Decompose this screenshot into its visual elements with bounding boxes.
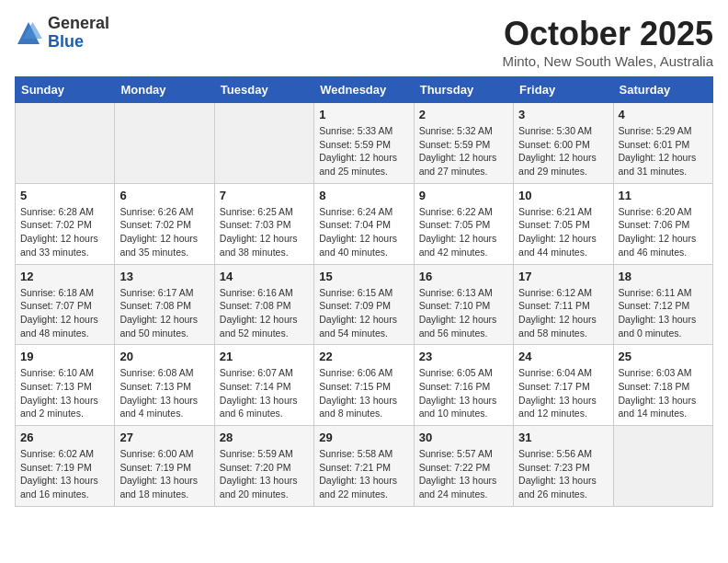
title-area: October 2025 Minto, New South Wales, Aus… — [502, 15, 713, 69]
day-number: 6 — [119, 189, 209, 202]
logo-icon — [15, 19, 42, 47]
day-info: Sunrise: 6:28 AM Sunset: 7:02 PM Dayligh… — [20, 205, 109, 259]
day-number: 23 — [419, 350, 508, 363]
calendar-week-row: 1Sunrise: 5:33 AM Sunset: 5:59 PM Daylig… — [16, 103, 713, 184]
calendar-week-row: 26Sunrise: 6:02 AM Sunset: 7:19 PM Dayli… — [16, 426, 713, 507]
day-number: 18 — [619, 270, 708, 283]
header: General Blue October 2025 Minto, New Sou… — [15, 15, 713, 69]
calendar-cell: 7Sunrise: 6:25 AM Sunset: 7:03 PM Daylig… — [214, 183, 313, 264]
day-number: 30 — [419, 431, 508, 444]
day-number: 19 — [20, 350, 109, 363]
calendar-cell: 10Sunrise: 6:21 AM Sunset: 7:05 PM Dayli… — [514, 183, 613, 264]
calendar-cell: 25Sunrise: 6:03 AM Sunset: 7:18 PM Dayli… — [613, 345, 712, 426]
weekday-header: Sunday — [16, 77, 115, 103]
calendar-cell: 27Sunrise: 6:00 AM Sunset: 7:19 PM Dayli… — [115, 426, 214, 507]
day-info: Sunrise: 6:08 AM Sunset: 7:13 PM Dayligh… — [119, 366, 209, 420]
calendar-cell: 17Sunrise: 6:12 AM Sunset: 7:11 PM Dayli… — [514, 264, 613, 345]
day-info: Sunrise: 5:58 AM Sunset: 7:21 PM Dayligh… — [319, 447, 408, 501]
day-info: Sunrise: 6:18 AM Sunset: 7:07 PM Dayligh… — [20, 286, 109, 340]
day-info: Sunrise: 6:15 AM Sunset: 7:09 PM Dayligh… — [319, 286, 408, 340]
day-info: Sunrise: 5:57 AM Sunset: 7:22 PM Dayligh… — [419, 447, 508, 501]
day-info: Sunrise: 6:11 AM Sunset: 7:12 PM Dayligh… — [619, 286, 708, 340]
calendar-week-row: 12Sunrise: 6:18 AM Sunset: 7:07 PM Dayli… — [16, 264, 713, 345]
calendar-cell: 20Sunrise: 6:08 AM Sunset: 7:13 PM Dayli… — [115, 345, 214, 426]
calendar-cell: 12Sunrise: 6:18 AM Sunset: 7:07 PM Dayli… — [16, 264, 115, 345]
calendar-cell: 26Sunrise: 6:02 AM Sunset: 7:19 PM Dayli… — [16, 426, 115, 507]
calendar: SundayMondayTuesdayWednesdayThursdayFrid… — [15, 76, 713, 507]
day-info: Sunrise: 6:02 AM Sunset: 7:19 PM Dayligh… — [20, 447, 109, 501]
day-number: 7 — [220, 189, 309, 202]
calendar-header-row: SundayMondayTuesdayWednesdayThursdayFrid… — [16, 77, 713, 103]
calendar-cell: 13Sunrise: 6:17 AM Sunset: 7:08 PM Dayli… — [115, 264, 214, 345]
logo: General Blue — [15, 15, 109, 52]
day-number: 21 — [220, 350, 309, 363]
day-info: Sunrise: 5:59 AM Sunset: 7:20 PM Dayligh… — [220, 447, 309, 501]
calendar-cell: 24Sunrise: 6:04 AM Sunset: 7:17 PM Dayli… — [514, 345, 613, 426]
day-number: 16 — [419, 270, 508, 283]
day-number: 3 — [518, 108, 608, 121]
logo-general: General — [48, 15, 109, 33]
calendar-cell: 30Sunrise: 5:57 AM Sunset: 7:22 PM Dayli… — [414, 426, 513, 507]
weekday-header: Saturday — [613, 77, 712, 103]
calendar-cell — [214, 103, 313, 184]
day-info: Sunrise: 6:12 AM Sunset: 7:11 PM Dayligh… — [518, 286, 608, 340]
day-number: 4 — [619, 108, 708, 121]
day-info: Sunrise: 6:16 AM Sunset: 7:08 PM Dayligh… — [220, 286, 309, 340]
day-number: 31 — [518, 431, 608, 444]
weekday-header: Thursday — [414, 77, 513, 103]
day-number: 12 — [20, 270, 109, 283]
day-number: 9 — [419, 189, 508, 202]
day-number: 10 — [518, 189, 608, 202]
day-number: 25 — [619, 350, 708, 363]
calendar-cell: 14Sunrise: 6:16 AM Sunset: 7:08 PM Dayli… — [214, 264, 313, 345]
day-info: Sunrise: 5:33 AM Sunset: 5:59 PM Dayligh… — [319, 124, 408, 178]
calendar-cell: 21Sunrise: 6:07 AM Sunset: 7:14 PM Dayli… — [214, 345, 313, 426]
day-info: Sunrise: 6:05 AM Sunset: 7:16 PM Dayligh… — [419, 366, 508, 420]
day-number: 11 — [619, 189, 708, 202]
day-info: Sunrise: 6:13 AM Sunset: 7:10 PM Dayligh… — [419, 286, 508, 340]
day-info: Sunrise: 6:17 AM Sunset: 7:08 PM Dayligh… — [119, 286, 209, 340]
day-info: Sunrise: 5:30 AM Sunset: 6:00 PM Dayligh… — [518, 124, 608, 178]
day-info: Sunrise: 6:07 AM Sunset: 7:14 PM Dayligh… — [220, 366, 309, 420]
day-info: Sunrise: 6:22 AM Sunset: 7:05 PM Dayligh… — [419, 205, 508, 259]
calendar-cell: 16Sunrise: 6:13 AM Sunset: 7:10 PM Dayli… — [414, 264, 513, 345]
calendar-cell: 4Sunrise: 5:29 AM Sunset: 6:01 PM Daylig… — [613, 103, 712, 184]
calendar-week-row: 5Sunrise: 6:28 AM Sunset: 7:02 PM Daylig… — [16, 183, 713, 264]
day-number: 8 — [319, 189, 408, 202]
day-number: 15 — [319, 270, 408, 283]
day-number: 22 — [319, 350, 408, 363]
day-info: Sunrise: 6:25 AM Sunset: 7:03 PM Dayligh… — [220, 205, 309, 259]
day-info: Sunrise: 6:04 AM Sunset: 7:17 PM Dayligh… — [518, 366, 608, 420]
weekday-header: Monday — [115, 77, 214, 103]
day-info: Sunrise: 6:06 AM Sunset: 7:15 PM Dayligh… — [319, 366, 408, 420]
day-info: Sunrise: 5:32 AM Sunset: 5:59 PM Dayligh… — [419, 124, 508, 178]
day-number: 17 — [518, 270, 608, 283]
calendar-cell: 1Sunrise: 5:33 AM Sunset: 5:59 PM Daylig… — [314, 103, 414, 184]
calendar-cell: 15Sunrise: 6:15 AM Sunset: 7:09 PM Dayli… — [314, 264, 414, 345]
weekday-header: Wednesday — [314, 77, 414, 103]
day-info: Sunrise: 6:00 AM Sunset: 7:19 PM Dayligh… — [119, 447, 209, 501]
calendar-cell: 18Sunrise: 6:11 AM Sunset: 7:12 PM Dayli… — [613, 264, 712, 345]
calendar-week-row: 19Sunrise: 6:10 AM Sunset: 7:13 PM Dayli… — [16, 345, 713, 426]
weekday-header: Tuesday — [214, 77, 313, 103]
day-number: 27 — [119, 431, 209, 444]
calendar-cell: 19Sunrise: 6:10 AM Sunset: 7:13 PM Dayli… — [16, 345, 115, 426]
day-number: 13 — [119, 270, 209, 283]
logo-text: General Blue — [48, 15, 109, 52]
day-info: Sunrise: 5:56 AM Sunset: 7:23 PM Dayligh… — [518, 447, 608, 501]
day-number: 1 — [319, 108, 408, 121]
day-number: 29 — [319, 431, 408, 444]
page-title: October 2025 — [502, 15, 713, 53]
day-info: Sunrise: 6:10 AM Sunset: 7:13 PM Dayligh… — [20, 366, 109, 420]
day-info: Sunrise: 5:29 AM Sunset: 6:01 PM Dayligh… — [619, 124, 708, 178]
calendar-cell: 22Sunrise: 6:06 AM Sunset: 7:15 PM Dayli… — [314, 345, 414, 426]
day-info: Sunrise: 6:24 AM Sunset: 7:04 PM Dayligh… — [319, 205, 408, 259]
day-number: 20 — [119, 350, 209, 363]
day-info: Sunrise: 6:26 AM Sunset: 7:02 PM Dayligh… — [119, 205, 209, 259]
day-number: 2 — [419, 108, 508, 121]
day-number: 5 — [20, 189, 109, 202]
calendar-cell: 8Sunrise: 6:24 AM Sunset: 7:04 PM Daylig… — [314, 183, 414, 264]
calendar-cell: 23Sunrise: 6:05 AM Sunset: 7:16 PM Dayli… — [414, 345, 513, 426]
page-subtitle: Minto, New South Wales, Australia — [502, 53, 713, 69]
calendar-cell: 2Sunrise: 5:32 AM Sunset: 5:59 PM Daylig… — [414, 103, 513, 184]
